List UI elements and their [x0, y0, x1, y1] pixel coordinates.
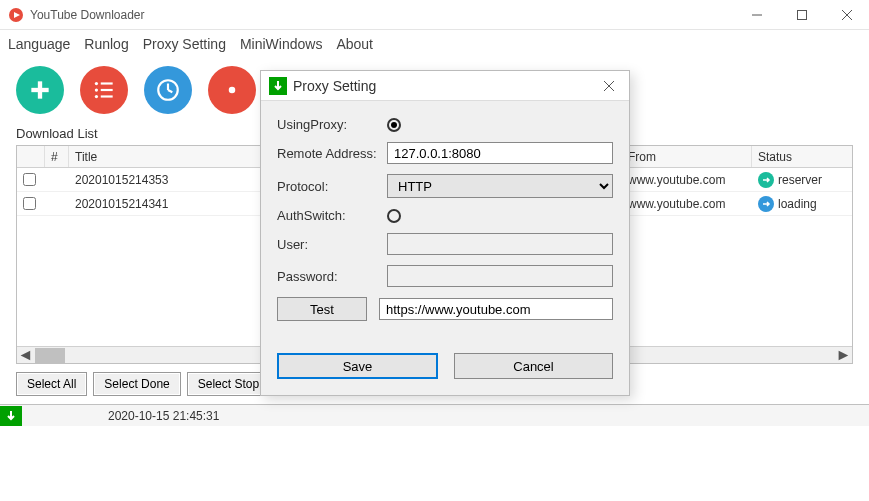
- select-stop-button[interactable]: Select Stop: [187, 372, 270, 396]
- protocol-label: Protocol:: [277, 179, 387, 194]
- scroll-left-icon[interactable]: ◄: [17, 347, 34, 364]
- list-button[interactable]: [80, 66, 128, 114]
- password-input[interactable]: [387, 265, 613, 287]
- save-button[interactable]: Save: [277, 353, 438, 379]
- menu-about[interactable]: About: [336, 36, 373, 52]
- scroll-right-icon[interactable]: ►: [835, 347, 852, 364]
- svg-rect-3: [797, 10, 806, 19]
- row-checkbox[interactable]: [23, 197, 36, 210]
- download-indicator-icon[interactable]: [0, 406, 22, 426]
- menu-runlog[interactable]: Runlog: [84, 36, 128, 52]
- titlebar: YouTube Downloader: [0, 0, 869, 30]
- row-checkbox[interactable]: [23, 173, 36, 186]
- svg-line-16: [168, 90, 172, 92]
- col-num[interactable]: #: [45, 146, 69, 167]
- user-input[interactable]: [387, 233, 613, 255]
- status-loading-icon: [758, 196, 774, 212]
- menu-miniwindows[interactable]: MiniWindows: [240, 36, 322, 52]
- auth-switch-radio[interactable]: [387, 209, 401, 223]
- remote-address-label: Remote Address:: [277, 146, 387, 161]
- maximize-button[interactable]: [779, 0, 824, 30]
- clock-button[interactable]: [144, 66, 192, 114]
- dialog-title: Proxy Setting: [293, 78, 597, 94]
- statusbar: 2020-10-15 21:45:31: [0, 404, 869, 426]
- col-from[interactable]: From: [622, 146, 752, 167]
- select-done-button[interactable]: Select Done: [93, 372, 180, 396]
- svg-point-17: [229, 87, 236, 94]
- test-button[interactable]: Test: [277, 297, 367, 321]
- menu-language[interactable]: Language: [8, 36, 70, 52]
- svg-point-10: [95, 88, 98, 91]
- remote-address-input[interactable]: [387, 142, 613, 164]
- test-url-input[interactable]: [379, 298, 613, 320]
- svg-point-12: [95, 95, 98, 98]
- add-button[interactable]: [16, 66, 64, 114]
- menubar: Language Runlog Proxy Setting MiniWindow…: [0, 30, 869, 58]
- minimize-button[interactable]: [734, 0, 779, 30]
- row-status: reserver: [752, 168, 852, 191]
- protocol-select[interactable]: HTTP: [387, 174, 613, 198]
- row-from: www.youtube.com: [622, 192, 752, 215]
- auth-switch-label: AuthSwitch:: [277, 208, 387, 223]
- select-all-button[interactable]: Select All: [16, 372, 87, 396]
- status-time: 2020-10-15 21:45:31: [28, 409, 219, 423]
- window-controls: [734, 0, 869, 30]
- app-icon: [8, 7, 24, 23]
- row-from: www.youtube.com: [622, 168, 752, 191]
- status-reserver-icon: [758, 172, 774, 188]
- proxy-setting-dialog: Proxy Setting UsingProxy: Remote Address…: [260, 70, 630, 396]
- user-label: User:: [277, 237, 387, 252]
- menu-proxy-setting[interactable]: Proxy Setting: [143, 36, 226, 52]
- app-title: YouTube Downloader: [30, 8, 734, 22]
- using-proxy-label: UsingProxy:: [277, 117, 387, 132]
- svg-point-8: [95, 82, 98, 85]
- col-status[interactable]: Status: [752, 146, 852, 167]
- close-button[interactable]: [824, 0, 869, 30]
- cancel-button[interactable]: Cancel: [454, 353, 613, 379]
- scroll-thumb[interactable]: [35, 348, 65, 363]
- extra-button[interactable]: [208, 66, 256, 114]
- dialog-icon: [269, 77, 287, 95]
- password-label: Password:: [277, 269, 387, 284]
- row-status: loading: [752, 192, 852, 215]
- using-proxy-radio[interactable]: [387, 118, 401, 132]
- dialog-close-button[interactable]: [597, 77, 621, 95]
- dialog-titlebar: Proxy Setting: [261, 71, 629, 101]
